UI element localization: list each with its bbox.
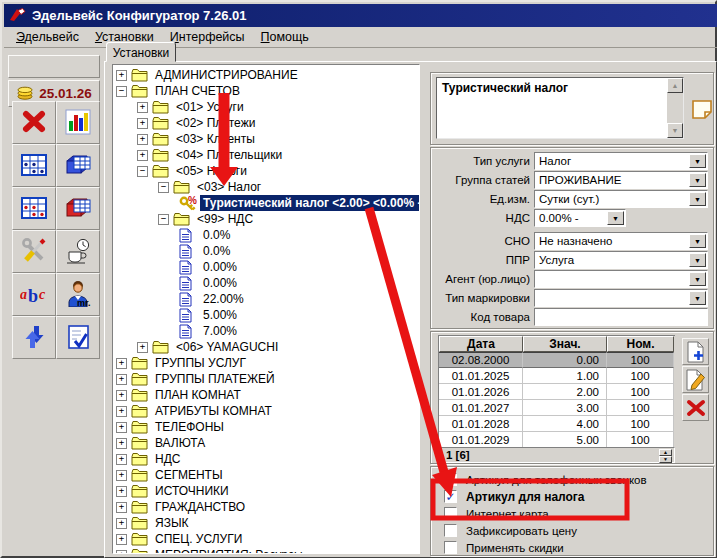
abc-button[interactable]: abc — [12, 273, 56, 316]
expand-icon[interactable]: + — [116, 470, 127, 481]
table-row[interactable]: 01.01.20295.00100 — [439, 432, 675, 448]
tree-item[interactable]: +АДМИНИСТРИРОВАНИЕ — [113, 67, 419, 83]
tree-item[interactable]: +ПЛАН КОМНАТ — [113, 387, 419, 403]
delete-button[interactable] — [12, 101, 56, 144]
combo-box[interactable]: ▼ — [534, 289, 708, 307]
column-header[interactable]: Дата — [439, 336, 523, 352]
tree-item[interactable]: 22.00% — [113, 291, 419, 307]
tree-item[interactable]: 5.00% — [113, 307, 419, 323]
scroll-down-icon[interactable]: ▼ — [667, 123, 683, 138]
expand-icon[interactable]: + — [116, 550, 127, 555]
spin-up-icon[interactable]: ▲ — [659, 449, 672, 456]
chevron-down-icon[interactable]: ▼ — [689, 253, 706, 267]
tree-item[interactable]: 0.0% — [113, 227, 419, 243]
table-row[interactable]: 01.01.20262.00100 — [439, 384, 675, 400]
spin-down-icon[interactable]: ▼ — [659, 456, 672, 463]
chevron-down-icon[interactable]: ▼ — [689, 173, 706, 187]
combo-box[interactable]: Налог▼ — [534, 152, 708, 170]
edit-record-button[interactable] — [682, 366, 709, 393]
tree-item[interactable]: 0.00% — [113, 275, 419, 291]
folder-grid-red-button[interactable] — [56, 187, 100, 230]
chevron-down-icon[interactable]: ▼ — [689, 272, 706, 286]
tree-item[interactable]: +ГРУППЫ УСЛУГ — [113, 355, 419, 371]
tree-item[interactable]: 7.00% — [113, 323, 419, 339]
chevron-down-icon[interactable]: ▼ — [607, 211, 624, 225]
tree-item[interactable]: +<03> Клиенты — [113, 131, 419, 147]
collapse-icon[interactable]: − — [158, 214, 169, 225]
expand-icon[interactable]: + — [137, 118, 148, 129]
tree-item[interactable]: +ГРАЖДАНСТВО — [113, 499, 419, 515]
expand-icon[interactable]: + — [116, 534, 127, 545]
tree-item[interactable]: +ВАЛЮТА — [113, 435, 419, 451]
table-row[interactable]: 01.01.20284.00100 — [439, 416, 675, 432]
tree-item[interactable]: +<01> Услуги — [113, 99, 419, 115]
combo-box[interactable]: ▼ — [534, 270, 708, 288]
column-header[interactable]: Знач. — [523, 336, 607, 352]
checkbox-unchecked[interactable] — [444, 507, 457, 520]
expand-icon[interactable]: + — [137, 134, 148, 145]
chevron-down-icon[interactable]: ▼ — [689, 154, 706, 168]
checkbox-unchecked[interactable] — [444, 524, 457, 537]
tree-item[interactable]: +<04> Плательщики — [113, 147, 419, 163]
menu-item[interactable]: Эдельвейс — [8, 28, 87, 46]
statistics-button[interactable] — [56, 101, 100, 144]
tree-item[interactable]: 0.00% — [113, 259, 419, 275]
expand-icon[interactable]: + — [116, 390, 127, 401]
tree-item[interactable]: +СЕГМЕНТЫ — [113, 467, 419, 483]
expand-icon[interactable]: + — [116, 358, 127, 369]
folder-grid-blue-button[interactable] — [56, 144, 100, 187]
tab-ustanovki[interactable]: Установки — [106, 42, 176, 62]
expand-icon[interactable]: + — [116, 518, 127, 529]
checkbox-unchecked[interactable] — [444, 473, 457, 486]
combo-box[interactable]: 0.00% -▼ — [534, 209, 626, 227]
expand-icon[interactable]: + — [116, 70, 127, 81]
tree-item[interactable]: +<06> YAMAGUCHI — [113, 339, 419, 355]
title-bar[interactable]: Эдельвейс Конфигуратор 7.26.01 — [4, 4, 717, 27]
grid-red-button[interactable] — [12, 187, 56, 230]
person-button[interactable]: mr. — [56, 273, 100, 316]
add-record-button[interactable] — [682, 338, 709, 365]
tree-item[interactable]: +НДС — [113, 451, 419, 467]
tools-button[interactable] — [12, 230, 56, 273]
expand-icon[interactable]: + — [137, 150, 148, 161]
tree-item[interactable]: −<03> Налог — [113, 179, 419, 195]
expand-icon[interactable]: + — [116, 438, 127, 449]
expand-icon[interactable]: + — [116, 422, 127, 433]
tree-item[interactable]: %Туристический налог <2.00> <0.00% -> — [113, 195, 419, 211]
tree-item[interactable]: +<02> Платежи — [113, 115, 419, 131]
tree-item[interactable]: +МЕРОПРИЯТИЯ: Ресурсы — [113, 547, 419, 554]
table-row[interactable]: 01.01.20273.00100 — [439, 400, 675, 416]
expand-icon[interactable]: + — [137, 102, 148, 113]
combo-box[interactable]: Сутки (сут.)▼ — [534, 190, 708, 208]
name-editor-scrollbar[interactable]: ▲ ▼ — [667, 78, 683, 138]
tree-item[interactable]: −ПЛАН СЧЕТОВ — [113, 83, 419, 99]
expand-icon[interactable]: + — [116, 486, 127, 497]
chevron-down-icon[interactable]: ▼ — [689, 291, 706, 305]
name-editor[interactable]: Туристический налог ▲ ▼ — [436, 77, 684, 139]
delete-record-button[interactable] — [682, 394, 709, 421]
menu-item[interactable]: Помощь — [253, 28, 317, 46]
collapse-icon[interactable]: − — [137, 166, 148, 177]
break-button[interactable] — [56, 230, 100, 273]
note-button[interactable] — [690, 98, 714, 120]
checkbox-unchecked[interactable] — [444, 541, 457, 554]
expand-icon[interactable]: + — [137, 342, 148, 353]
tree-item[interactable]: +АТРИБУТЫ КОМНАТ — [113, 403, 419, 419]
collapse-icon[interactable]: − — [158, 182, 169, 193]
scroll-up-icon[interactable]: ▲ — [667, 78, 683, 93]
collapse-icon[interactable]: − — [116, 86, 127, 97]
tree-item[interactable]: 0.0% — [113, 243, 419, 259]
tree-item[interactable]: +ЯЗЫК — [113, 515, 419, 531]
combo-box[interactable]: Услуга▼ — [534, 251, 708, 269]
sync-button[interactable] — [12, 316, 56, 359]
tree-item[interactable]: +ГРУППЫ ПЛАТЕЖЕЙ — [113, 371, 419, 387]
expand-icon[interactable]: + — [116, 502, 127, 513]
checkbox-checked[interactable]: ✓ — [444, 490, 457, 503]
combo-box[interactable]: ПРОЖИВАНИЕ▼ — [534, 171, 708, 189]
column-header[interactable]: Ном. — [607, 336, 674, 352]
combo-box[interactable]: Не назначено▼ — [534, 232, 708, 250]
grid-blue-button[interactable] — [12, 144, 56, 187]
text-input[interactable] — [534, 308, 708, 326]
table-row[interactable]: 01.01.20251.00100 — [439, 368, 675, 384]
tree-item[interactable]: −<05> Налоги — [113, 163, 419, 179]
